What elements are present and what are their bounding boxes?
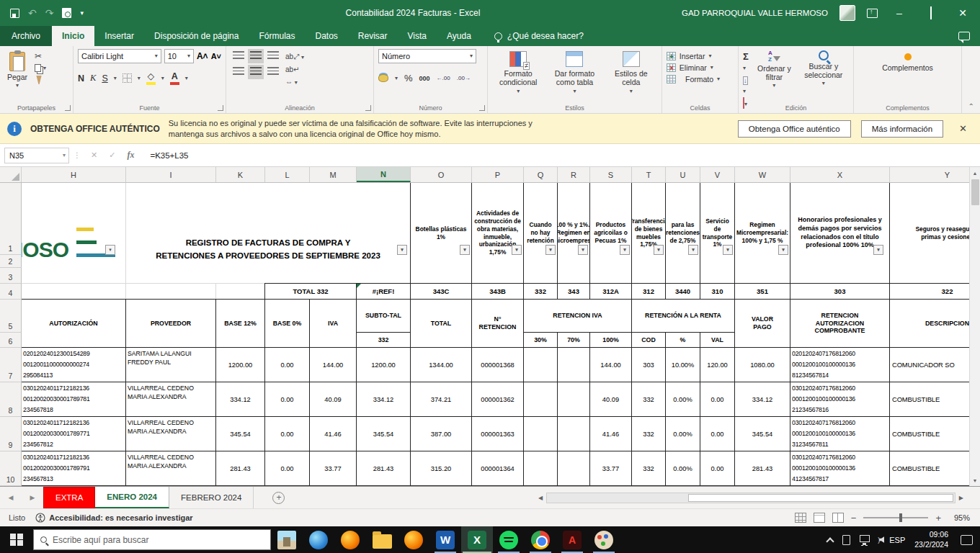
- data-cell-L7[interactable]: 0.00: [264, 347, 310, 382]
- code-cell-R[interactable]: 343: [557, 283, 590, 300]
- band-header-X[interactable]: Honorarios profesionales y demás pagos p…: [790, 183, 890, 284]
- copy-button[interactable]: ▾: [35, 64, 46, 72]
- column-header-I[interactable]: I: [126, 167, 216, 182]
- language-indicator[interactable]: ESP: [889, 536, 905, 544]
- header-base0[interactable]: BASE 0%: [264, 299, 310, 348]
- filter-dropdown-icon[interactable]: ▾: [723, 245, 733, 255]
- comma-style-icon[interactable]: 000: [419, 75, 430, 82]
- scroll-right-icon[interactable]: ▶: [956, 495, 967, 501]
- sheet-tab-enero-2024[interactable]: ENERO 2024: [95, 487, 169, 508]
- taskbar-edge-icon[interactable]: [303, 526, 334, 553]
- cell-K4[interactable]: [215, 283, 265, 300]
- data-cell-W7[interactable]: 1080.00: [734, 347, 790, 382]
- band-header-S[interactable]: Productos agricoilas o Pecuas 1%▾: [589, 183, 632, 284]
- ribbon-display-options-icon[interactable]: [867, 9, 878, 18]
- data-cell-P10[interactable]: 000001364: [471, 451, 524, 486]
- align-bottom-icon[interactable]: [267, 51, 279, 61]
- formula-input[interactable]: =K35+L35: [150, 151, 188, 160]
- data-cell-Q9[interactable]: [523, 416, 558, 451]
- name-box[interactable]: N35▾: [4, 148, 69, 163]
- ribbon-tab-datos[interactable]: Datos: [305, 26, 347, 46]
- normal-view-icon[interactable]: [795, 513, 806, 523]
- data-cell-O8[interactable]: 374.21: [410, 382, 472, 417]
- font-size-select[interactable]: 10▾: [164, 49, 194, 63]
- band-header-T[interactable]: Transferencia de bienes muebles 1,75%▾: [631, 183, 666, 284]
- data-cell-U8[interactable]: 0.00%: [665, 382, 700, 417]
- hidden-icons-chevron-icon[interactable]: [827, 537, 834, 545]
- header-subtotal-332[interactable]: 332: [356, 332, 411, 348]
- undo-icon[interactable]: ↶: [28, 8, 37, 18]
- fill-color-button[interactable]: ◇: [146, 72, 156, 85]
- data-cell-I10[interactable]: VILLARREAL CEDENO MARIA ALEXANDRA: [125, 451, 216, 486]
- cell-I4[interactable]: [125, 283, 216, 300]
- scroll-left-icon[interactable]: ◀: [535, 495, 546, 501]
- header-iva-100[interactable]: 100%: [589, 332, 632, 348]
- filter-dropdown-icon[interactable]: ▾: [688, 245, 698, 255]
- code-cell-X[interactable]: 303: [790, 283, 890, 300]
- taskbar-search-input[interactable]: Escribe aquí para buscar: [33, 529, 271, 550]
- header-total[interactable]: TOTAL: [410, 299, 472, 348]
- accounting-format-icon[interactable]: [378, 74, 388, 82]
- data-cell-S8[interactable]: 40.09: [589, 382, 632, 417]
- band-header-P[interactable]: Actividades de construcción de obra mate…: [471, 183, 524, 284]
- taskbar-excel-icon[interactable]: X: [461, 526, 493, 553]
- column-header-O[interactable]: O: [411, 167, 472, 182]
- align-middle-icon[interactable]: [250, 51, 262, 61]
- start-button[interactable]: [0, 526, 33, 553]
- vertical-scroll-thumb[interactable]: [971, 179, 979, 205]
- data-cell-O10[interactable]: 315.20: [410, 451, 472, 486]
- code-cell-P[interactable]: 343B: [471, 283, 524, 300]
- zoom-slider[interactable]: [863, 517, 928, 518]
- taskbar-firefox-icon[interactable]: [334, 526, 366, 553]
- data-cell-M10[interactable]: 33.77: [309, 451, 357, 486]
- row-header-3[interactable]: 3: [0, 268, 22, 284]
- feedback-icon[interactable]: [958, 32, 970, 40]
- ribbon-tab-f-rmulas[interactable]: Fórmulas: [249, 26, 305, 46]
- paste-button[interactable]: Pegar ▾: [4, 49, 30, 102]
- filter-dropdown-icon[interactable]: ▾: [778, 245, 788, 255]
- number-format-select[interactable]: Número▾: [378, 49, 476, 63]
- code-cell-W[interactable]: 351: [734, 283, 790, 300]
- horizontal-scrollbar[interactable]: ◀ ▶: [535, 491, 967, 504]
- band-header-V[interactable]: Servicio de transporte 1%▾: [700, 183, 735, 284]
- column-header-W[interactable]: W: [735, 167, 790, 182]
- page-break-view-icon[interactable]: [832, 513, 844, 523]
- column-header-R[interactable]: R: [558, 167, 590, 182]
- band-header-Y[interactable]: Seguros y reaseguros primas y cesiones▾: [889, 183, 969, 284]
- cancel-icon[interactable]: ✕: [91, 150, 97, 160]
- zoom-level[interactable]: 95%: [948, 513, 970, 522]
- decrease-decimal-icon[interactable]: .00→: [457, 75, 471, 81]
- scroll-down-icon[interactable]: ▼: [973, 475, 978, 487]
- column-header-V[interactable]: V: [700, 167, 735, 182]
- new-sheet-button[interactable]: +: [272, 492, 285, 504]
- data-cell-V7[interactable]: 120.00: [700, 347, 735, 382]
- filter-dropdown-icon[interactable]: ▾: [512, 245, 522, 255]
- sheet-tab-febrero-2024[interactable]: FEBRERO 2024: [169, 487, 254, 508]
- format-as-table-button[interactable]: Dar formato como tabla▾: [548, 49, 600, 102]
- data-cell-S10[interactable]: 33.77: [589, 451, 632, 486]
- merge-center-button[interactable]: ⇔ ▾: [285, 78, 304, 86]
- header-subtotal[interactable]: SUBTO-TAL: [356, 299, 411, 333]
- addins-button[interactable]: Complementos: [882, 49, 933, 72]
- percent-style-icon[interactable]: %: [404, 73, 413, 84]
- align-top-icon[interactable]: [233, 51, 244, 61]
- data-cell-W9[interactable]: 345.54: [734, 416, 790, 451]
- font-color-button[interactable]: A: [170, 72, 179, 85]
- code-cell-V[interactable]: 310: [700, 283, 735, 300]
- taskbar-folder-icon[interactable]: [366, 526, 398, 553]
- data-cell-P7[interactable]: 000001368: [471, 347, 524, 382]
- code-cell-Q[interactable]: 332: [523, 283, 558, 300]
- data-cell-N10[interactable]: 281.43: [356, 451, 411, 486]
- code-cell-U[interactable]: 3440: [665, 283, 700, 300]
- data-cell-R7[interactable]: [557, 347, 590, 382]
- column-header-H[interactable]: H: [22, 167, 126, 182]
- data-cell-W8[interactable]: 334.12: [734, 382, 790, 417]
- data-cell-U10[interactable]: 0.00%: [665, 451, 700, 486]
- avatar[interactable]: [839, 5, 855, 21]
- speaker-icon[interactable]: [879, 536, 884, 543]
- ref-error-cell[interactable]: #¡REF!: [356, 283, 411, 300]
- align-center-icon[interactable]: [250, 67, 262, 77]
- header-pct[interactable]: %: [665, 332, 700, 348]
- data-cell-V10[interactable]: 0.00: [700, 451, 735, 486]
- data-cell-Q10[interactable]: [523, 451, 558, 486]
